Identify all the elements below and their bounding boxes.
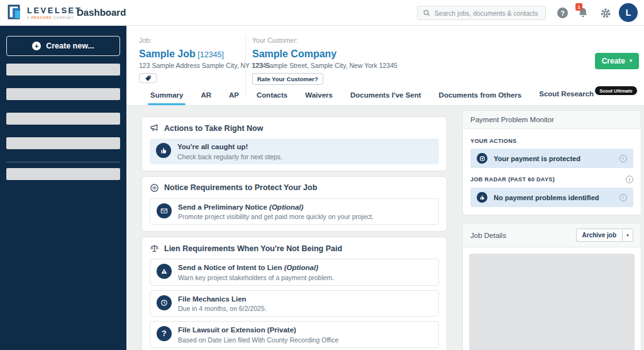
header-divider xyxy=(68,6,69,20)
tab-ar[interactable]: AR xyxy=(192,91,220,105)
intent-to-lien-item[interactable]: Send a Notice of Intent to Lien (Optiona… xyxy=(150,259,439,286)
job-radar-label: JOB RADAR (PAST 60 DAYS) i xyxy=(470,176,633,183)
actions-card-title: Actions to Take Right Now xyxy=(164,124,263,133)
payment-problem-monitor-card: Payment Problem Monitor YOUR ACTIONS You… xyxy=(462,110,641,215)
tab-documents-from-others[interactable]: Documents from Others xyxy=(430,91,531,105)
caught-up-subtitle: Check back regularly for next steps. xyxy=(177,153,282,161)
main-content: Actions to Take Right Now You're all cau… xyxy=(126,106,644,350)
clock-icon xyxy=(157,295,172,310)
archive-job-button[interactable]: Archive job xyxy=(576,229,622,242)
tab-documents-ive-sent[interactable]: Documents I've Sent xyxy=(341,91,430,105)
right-column: Payment Problem Monitor YOUR ACTIONS You… xyxy=(462,110,641,350)
sidebar-nav-item-placeholder[interactable] xyxy=(6,137,120,149)
mechanics-lien-item[interactable]: File Mechanics Lien Due in 4 months, on … xyxy=(150,290,439,317)
info-icon[interactable]: i xyxy=(626,176,633,183)
help-icon: ? xyxy=(557,8,568,18)
chevron-down-icon: ▾ xyxy=(630,59,632,64)
job-details-card: Job Details Archive job ▾ xyxy=(462,223,641,350)
no-problems-text: No payment problems identified xyxy=(494,194,613,201)
sidebar-nav-item-placeholder[interactable] xyxy=(6,64,120,76)
warning-triangle-icon xyxy=(157,264,172,279)
payment-protected-text: Your payment is protected xyxy=(494,155,613,162)
left-sidebar: + Create new... xyxy=(0,26,126,350)
notifications-button[interactable]: 1 xyxy=(577,6,591,20)
brand-subtitle: A PROCORE COMPANY xyxy=(27,16,82,20)
create-new-button[interactable]: + Create new... xyxy=(6,36,120,56)
customer-address: 123 Sample Street, Sample City, New York… xyxy=(252,62,397,69)
notification-count-badge: 1 xyxy=(575,3,582,11)
summary-column: Actions to Take Right Now You're all cau… xyxy=(142,116,447,350)
tab-scout-research[interactable]: Scout ResearchScout Ultimate xyxy=(530,90,644,106)
scales-icon xyxy=(150,244,159,253)
archive-job-split-button: Archive job ▾ xyxy=(576,229,633,242)
intent-to-lien-title: Send a Notice of Intent to Lien (Optiona… xyxy=(178,263,334,273)
job-label: Job: xyxy=(139,37,270,44)
lawsuit-extension-subtitle: Based on Date Lien filed With County Rec… xyxy=(178,336,338,344)
megaphone-icon xyxy=(150,123,159,133)
sidebar-nav-item-placeholder[interactable] xyxy=(6,168,120,180)
user-avatar[interactable]: L xyxy=(619,3,638,22)
add-tag-button[interactable] xyxy=(139,73,157,83)
lawsuit-extension-item[interactable]: ? File Lawsuit or Extension (Private) Ba… xyxy=(150,321,439,348)
target-shield-icon xyxy=(477,153,487,164)
tag-icon xyxy=(144,75,152,82)
actions-card: Actions to Take Right Now You're all cau… xyxy=(142,116,447,171)
eye-icon xyxy=(150,183,159,193)
mechanics-lien-subtitle: Due in 4 months, on 6/2/2025. xyxy=(178,305,267,312)
lien-requirements-card: Lien Requirements When You're Not Being … xyxy=(142,237,447,350)
levelset-logo-icon xyxy=(8,4,23,21)
job-name-link[interactable]: Sample Job [12345] xyxy=(139,48,270,60)
lien-card-title: Lien Requirements When You're Not Being … xyxy=(164,244,342,253)
tab-summary[interactable]: Summary xyxy=(142,91,192,105)
chevron-down-icon: ▾ xyxy=(626,233,629,238)
plus-circle-icon: + xyxy=(32,42,41,50)
global-search[interactable] xyxy=(417,6,546,20)
job-tabs: Summary AR AP Contacts Waivers Documents… xyxy=(142,86,644,105)
search-icon xyxy=(423,9,431,17)
settings-button[interactable] xyxy=(600,8,611,19)
job-info-block: Job: Sample Job [12345] 123 Sample Addre… xyxy=(139,37,270,83)
rate-customer-button[interactable]: Rate Your Customer? xyxy=(252,73,323,85)
levelset-logo[interactable]: LEVELSET A PROCORE COMPANY xyxy=(8,4,82,21)
preliminary-notice-subtitle: Promote project visibility and get paid … xyxy=(178,213,374,220)
customer-info-block: Your Customer: Sample Company 123 Sample… xyxy=(252,37,397,85)
thumbs-up-icon xyxy=(156,143,171,158)
customer-name-link[interactable]: Sample Company xyxy=(252,48,397,60)
brand-name: LEVELSET xyxy=(27,6,82,15)
archive-job-dropdown-button[interactable]: ▾ xyxy=(622,229,633,242)
lawsuit-extension-title: File Lawsuit or Extension (Private) xyxy=(178,325,338,336)
search-input[interactable] xyxy=(435,9,540,17)
preliminary-notice-title: Send a Preliminary Notice (Optional) xyxy=(178,203,374,213)
customer-label: Your Customer: xyxy=(252,37,397,44)
tab-contacts[interactable]: Contacts xyxy=(248,91,296,105)
job-details-placeholder xyxy=(469,254,635,350)
top-navbar: LEVELSET A PROCORE COMPANY Dashboard ? 1… xyxy=(0,0,644,26)
job-details-title: Job Details xyxy=(470,232,506,239)
envelope-icon xyxy=(157,203,172,218)
preliminary-notice-item[interactable]: Send a Preliminary Notice (Optional) Pro… xyxy=(150,198,439,225)
job-address: 123 Sample Address Sample City, NY 12345 xyxy=(139,62,270,69)
info-icon[interactable]: i xyxy=(619,155,627,162)
no-problems-row: No payment problems identified i xyxy=(470,188,633,207)
tab-ap[interactable]: AP xyxy=(220,91,248,105)
help-button[interactable]: ? xyxy=(557,8,569,19)
job-id: [12345] xyxy=(196,50,224,59)
info-icon[interactable]: i xyxy=(619,194,627,201)
intent-to-lien-subtitle: Warn key project stakeholders of a payme… xyxy=(178,274,334,281)
your-actions-label: YOUR ACTIONS xyxy=(470,138,633,144)
payment-monitor-title: Payment Problem Monitor xyxy=(470,116,554,123)
sidebar-nav-item-placeholder[interactable] xyxy=(6,113,120,125)
tab-waivers[interactable]: Waivers xyxy=(296,91,341,105)
caught-up-title: You're all caught up! xyxy=(177,142,282,152)
question-mark-icon: ? xyxy=(157,326,172,341)
create-new-label: Create new... xyxy=(46,42,94,50)
scout-ultimate-badge: Scout Ultimate xyxy=(595,86,637,95)
gear-icon xyxy=(600,8,611,19)
sidebar-nav-item-placeholder[interactable] xyxy=(6,88,120,100)
notice-card-title: Notice Requirements to Protect Your Job xyxy=(164,183,317,192)
payment-protected-row: Your payment is protected i xyxy=(470,149,633,168)
create-document-button[interactable]: Create▾ xyxy=(595,53,639,69)
thumbs-up-icon xyxy=(477,192,487,203)
page-title: Dashboard xyxy=(77,7,126,18)
notice-requirements-card: Notice Requirements to Protect Your Job … xyxy=(142,176,447,232)
